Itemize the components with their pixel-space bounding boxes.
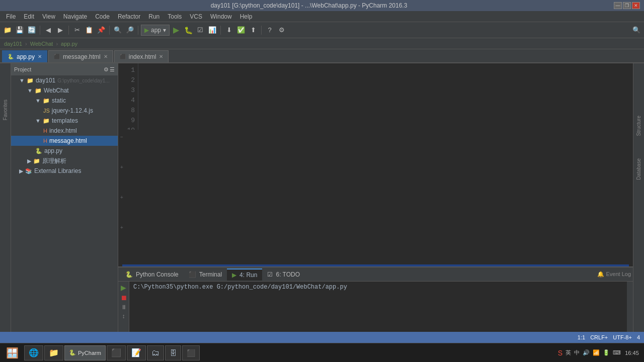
tree-item-yuanli[interactable]: ▶ 📁 原理解析 [11,156,118,166]
maximize-button[interactable]: ❐ [623,2,631,9]
console-scrollbar[interactable] [627,282,633,332]
start-button[interactable]: 🪟 [2,344,22,361]
taskbar-chrome-btn[interactable]: ⬛ [107,345,126,360]
settings-btn[interactable]: ⚙ [276,25,287,36]
tab-python-console[interactable]: 🐍 Python Console [120,268,184,281]
breadcrumb-apppy[interactable]: app.py [61,41,77,47]
python-console-icon: 🐍 [125,271,133,278]
tb-sep-5 [220,26,221,35]
structure-tool[interactable]: Structure [636,116,641,136]
menu-navigate[interactable]: Navigate [59,12,91,21]
database-tool[interactable]: Database [636,158,641,180]
tree-item-jquery[interactable]: JS jquery-1.12.4.js [11,106,118,116]
python-console-label: Python Console [136,271,179,278]
tb-find-btn[interactable]: 🔎 [124,25,135,36]
sidebar-gear-icon[interactable]: ⚙ [104,66,109,73]
menu-code[interactable]: Code [91,12,114,21]
tab-apppy[interactable]: 🐍 app.py ✕ [2,50,47,62]
code-content[interactable]: import tornado.web import tornado.ioloop… [118,262,633,266]
tab-indexhtml[interactable]: ⬛ index.html ✕ [114,50,169,62]
db-icon: 🗄 [170,349,177,357]
menu-window[interactable]: Window [206,12,236,21]
event-log-label[interactable]: 🔔 Event Log [597,271,631,278]
browser-icon: 🌐 [29,348,39,357]
taskbar-files-btn[interactable]: 📁 [44,345,63,360]
tab-indexhtml-close[interactable]: ✕ [159,54,163,59]
ime-icon[interactable]: 中 [574,349,580,356]
debug-button[interactable]: 🐛 [183,25,194,36]
sogou-icon[interactable]: S [558,349,562,357]
tree-item-static[interactable]: ▼ 📁 static [11,96,118,106]
help-btn[interactable]: ? [264,25,275,36]
menu-view[interactable]: View [38,12,59,21]
taskbar-pycharm-btn[interactable]: 🐍 PyCharm [64,345,106,360]
tab-run[interactable]: ▶ 4: Run [227,268,262,281]
taskbar-word-btn[interactable]: 📝 [127,345,146,360]
tree-label-jquery: jquery-1.12.4.js [52,107,93,114]
tb-project-btn[interactable]: 📁 [2,25,13,36]
tree-item-apppy[interactable]: 🐍 app.py [11,146,118,156]
tb-copy-btn[interactable]: 📋 [84,25,95,36]
tb-search-btn[interactable]: 🔍 [112,25,123,36]
run-rerun-btn[interactable]: ↕ [122,313,125,320]
menu-vcs[interactable]: VCS [186,12,206,21]
menu-tools[interactable]: Tools [164,12,186,21]
tab-terminal[interactable]: ⬛ Terminal [184,268,227,281]
tree-item-extlib[interactable]: ▶ 📚 External Libraries [11,166,118,176]
sidebar-options-icon[interactable]: ☰ [110,66,115,73]
tb-save-btn[interactable]: 💾 [14,25,25,36]
terminal-label: Terminal [199,271,222,278]
run-pause-btn[interactable]: ⏸ [121,304,127,311]
menu-edit[interactable]: Edit [20,12,38,21]
tree-item-templates[interactable]: ▼ 📁 templates [11,116,118,126]
folder-icon-webchat: 📁 [35,87,42,94]
code-editor[interactable]: 1 2 3 4 8 9 10 34 35 36 48 49 50 − + [118,63,633,266]
tab-todo[interactable]: ☑ 6: TODO [262,268,305,281]
tree-item-messagehtml[interactable]: H message.html [11,136,118,146]
menu-run[interactable]: Run [144,12,164,21]
network-icon[interactable]: 📶 [593,349,600,356]
tab-messagehtml-close[interactable]: ✕ [104,54,108,59]
vcs-push-btn[interactable]: ⬆ [248,25,259,36]
breadcrumb-day101[interactable]: day101 [4,41,22,47]
tab-apppy-close[interactable]: ✕ [38,54,42,59]
extlib-icon: 📚 [25,168,32,174]
tree-item-webchat[interactable]: ▼ 📁 WebChat [11,85,118,96]
vcs-update-btn[interactable]: ⬇ [223,25,234,36]
vcs-commit-btn[interactable]: ✅ [235,25,247,36]
profile-button[interactable]: 📊 [207,25,218,36]
search-everywhere-btn[interactable]: 🔍 [631,25,642,36]
run-play-btn[interactable]: ▶ [121,284,126,292]
breadcrumb-webchat[interactable]: WebChat [30,41,53,47]
tb-paste-btn[interactable]: 📌 [96,25,107,36]
tb-back-btn[interactable]: ◀ [43,25,54,36]
run-stop-btn[interactable]: ⏹ [120,294,127,302]
folder-icon-yuanli: 📁 [33,158,40,164]
favorites-tool[interactable]: Favorites [1,106,10,115]
lang-icon[interactable]: 英 [566,349,571,356]
tb-sync-btn[interactable]: 🔄 [26,25,37,36]
taskbar-explorer-btn[interactable]: 🗂 [147,345,164,360]
tree-item-indexhtml[interactable]: H index.html [11,126,118,136]
menu-help[interactable]: Help [236,12,257,21]
tab-messagehtml[interactable]: ⬛ message.html ✕ [48,50,113,62]
close-button[interactable]: ✕ [632,2,640,9]
tb-forward-btn[interactable]: ▶ [55,25,66,36]
coverage-button[interactable]: ☑ [195,25,206,36]
taskbar-browser-btn[interactable]: 🌐 [24,345,43,360]
minimize-button[interactable]: — [614,2,622,9]
keyboard-icon[interactable]: ⌨ [613,349,621,356]
tree-path-day101: G:\python_code\day1... [57,78,109,83]
run-button[interactable]: ▶ [171,25,182,36]
taskbar-terminal-btn[interactable]: ⬛ [182,345,200,360]
speaker-icon[interactable]: 🔊 [583,349,590,356]
menu-file[interactable]: File [2,12,20,21]
html-icon-1: H [43,128,47,134]
menu-refactor[interactable]: Refactor [114,12,144,21]
run-config-dropdown[interactable]: ▶ app ▾ [141,25,170,36]
battery-icon[interactable]: 🔋 [603,349,610,356]
tree-item-day101[interactable]: ▼ 📁 day101 G:\python_code\day1... [11,75,118,85]
tb-cut-btn[interactable]: ✂ [71,25,83,36]
taskbar-db-btn[interactable]: 🗄 [165,345,181,360]
pycharm-label: PyCharm [78,350,101,356]
